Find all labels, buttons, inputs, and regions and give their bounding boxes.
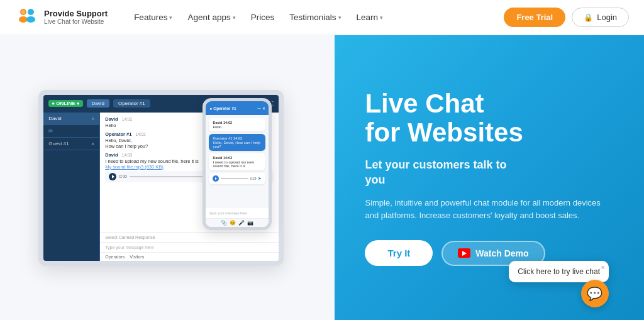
tooltip-text: Click here to try live chat bbox=[518, 267, 600, 276]
chat-widget-button[interactable]: 💬 bbox=[581, 280, 609, 307]
footer-tab-operators[interactable]: Operators bbox=[105, 255, 125, 259]
try-it-button[interactable]: Try It bbox=[365, 240, 433, 266]
svg-point-3 bbox=[26, 16, 35, 23]
chevron-down-icon: ▾ bbox=[169, 14, 172, 21]
tooltip-close-button[interactable]: × bbox=[601, 263, 605, 271]
phone-play-button[interactable] bbox=[213, 175, 219, 182]
left-panel: ● ONLINE ● David Operator #1 ⚙ 🌐 🔔 ⛶ bbox=[0, 35, 335, 320]
main-content: ● ONLINE ● David Operator #1 ⚙ 🌐 🔔 ⛶ bbox=[0, 35, 644, 320]
nav-agent-apps[interactable]: Agent apps ▾ bbox=[181, 9, 242, 26]
phone-close-icon[interactable]: × bbox=[262, 106, 265, 111]
message-input[interactable]: Type your message here bbox=[100, 242, 279, 252]
phone-camera-icon[interactable]: 📷 bbox=[247, 220, 253, 226]
phone-emoji-icon[interactable]: 😊 bbox=[230, 220, 236, 226]
device-mockup-area: ● ONLINE ● David Operator #1 ⚙ 🌐 🔔 ⛶ bbox=[13, 48, 309, 307]
phone-msg-op: Operator #1 14:02 Hello, David, How can … bbox=[209, 134, 265, 151]
chat-tab-david[interactable]: David bbox=[87, 99, 109, 108]
phone-msg-hello: David 14:02 Hello bbox=[209, 118, 265, 131]
chevron-down-icon: ▾ bbox=[233, 14, 236, 21]
online-badge: ● ONLINE ● bbox=[48, 100, 82, 107]
right-panel: Live Chatfor Websites Let your customers… bbox=[335, 35, 644, 320]
main-nav: Features ▾ Agent apps ▾ Prices Testimoni… bbox=[128, 9, 504, 26]
chat-sidebar: David × ✉ Guest #1 × bbox=[43, 113, 100, 261]
nav-prices[interactable]: Prices bbox=[245, 9, 281, 26]
chat-tab-operator[interactable]: Operator #1 bbox=[113, 99, 150, 108]
live-chat-tooltip: Click here to try live chat × bbox=[509, 261, 609, 282]
hero-subtitle: Let your customers talk toyou bbox=[365, 157, 614, 188]
phone-message-input[interactable]: Type your message here bbox=[206, 207, 269, 218]
phone-msg-david: David 14:03 I need to upload my new soun… bbox=[209, 153, 265, 170]
play-button[interactable] bbox=[109, 173, 116, 180]
svg-point-2 bbox=[28, 9, 34, 15]
free-trial-button[interactable]: Free Trial bbox=[504, 8, 565, 27]
phone-chat-body: David 14:02 Hello Operator #1 14:02 Hell… bbox=[206, 115, 269, 207]
hero-description: Simple, intuitive and powerful chat modu… bbox=[365, 197, 614, 223]
phone-minimize-icon[interactable]: ─ bbox=[257, 106, 260, 111]
phone-send-icon[interactable]: ➤ bbox=[258, 176, 262, 181]
svg-point-4 bbox=[21, 10, 25, 14]
nav-learn[interactable]: Learn ▾ bbox=[350, 9, 390, 26]
header: Provide Support Live Chat for Website Fe… bbox=[0, 0, 644, 35]
hero-title: Live Chatfor Websites bbox=[365, 89, 614, 147]
logo-icon bbox=[15, 6, 39, 30]
nav-features[interactable]: Features ▾ bbox=[128, 9, 179, 26]
login-icon: 🔒 bbox=[584, 13, 593, 22]
sidebar-item-david[interactable]: David × bbox=[43, 113, 99, 125]
phone-mockup: ● Operator #1 ─ × David 14:02 Hello Oper… bbox=[203, 98, 272, 230]
chevron-down-icon: ▾ bbox=[338, 14, 341, 21]
phone-footer: 📎 😊 🎤 📷 bbox=[206, 218, 269, 227]
footer-tab-visitors[interactable]: Visitors bbox=[130, 255, 144, 259]
phone-topbar: ● Operator #1 ─ × bbox=[206, 101, 269, 115]
phone-mic-icon[interactable]: 🎤 bbox=[238, 220, 245, 226]
sidebar-item-email[interactable]: ✉ bbox=[43, 125, 99, 138]
logo-title: Provide Support bbox=[44, 9, 108, 19]
svg-point-1 bbox=[19, 16, 28, 23]
canned-response-field[interactable]: Select Canned Response bbox=[100, 232, 279, 242]
login-button[interactable]: 🔒 Login bbox=[572, 8, 629, 27]
nav-testimonials[interactable]: Testimonials ▾ bbox=[283, 9, 347, 26]
chat-footer-tabs: Operators Visitors bbox=[100, 252, 279, 261]
sidebar-item-guest[interactable]: Guest #1 × bbox=[43, 138, 99, 150]
phone-attach-icon[interactable]: 📎 bbox=[221, 220, 227, 226]
youtube-icon bbox=[458, 248, 470, 258]
header-actions: Free Trial 🔒 Login bbox=[504, 8, 629, 27]
chevron-down-icon: ▾ bbox=[380, 14, 383, 21]
logo-subtitle: Live Chat for Website bbox=[44, 18, 108, 26]
logo[interactable]: Provide Support Live Chat for Website bbox=[15, 6, 108, 30]
chat-bubble-icon: 💬 bbox=[587, 286, 602, 301]
phone-audio-player: 0:29 ➤ bbox=[209, 173, 265, 184]
